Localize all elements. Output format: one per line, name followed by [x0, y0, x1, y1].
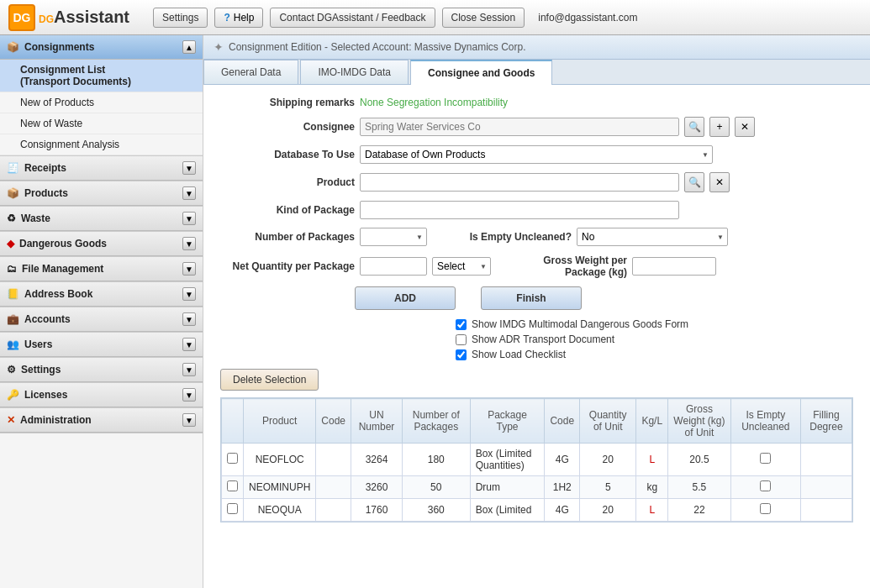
chk-load-label: Show Load Checklist: [472, 349, 566, 360]
sidebar-header-receipts[interactable]: 🧾 Receipts ▼: [0, 156, 203, 181]
sidebar-header-administration[interactable]: ✕ Administration ▼: [0, 408, 203, 433]
waste-expand-btn[interactable]: ▼: [182, 212, 196, 225]
select-unit-wrapper: Select: [432, 257, 491, 276]
sidebar-item-new-products[interactable]: New of Products: [0, 92, 203, 113]
sidebar-header-waste[interactable]: ♻ Waste ▼: [0, 207, 203, 231]
sidebar-section-products: 📦 Products ▼: [0, 181, 203, 207]
product-clear-btn[interactable]: ✕: [709, 172, 730, 192]
receipts-expand-btn[interactable]: ▼: [182, 161, 196, 175]
sidebar-item-consignment-list[interactable]: Consignment List(Transport Documents): [0, 60, 203, 92]
file-management-expand-btn[interactable]: ▼: [182, 262, 196, 276]
row-is-empty-checkbox-2[interactable]: [760, 503, 771, 514]
row-is-empty-0[interactable]: [730, 444, 800, 476]
is-empty-select[interactable]: No Yes: [577, 228, 728, 246]
sidebar-label-administration: Administration: [20, 414, 92, 426]
row-checkbox-1[interactable]: [227, 480, 238, 491]
row-checkbox-0[interactable]: [227, 453, 238, 464]
row-is-empty-1[interactable]: [730, 476, 800, 499]
dangerous-goods-expand-btn[interactable]: ▼: [182, 237, 196, 250]
row-check-1[interactable]: [222, 476, 244, 499]
finish-button[interactable]: Finish: [481, 286, 582, 310]
row-un-0: 3264: [351, 444, 403, 476]
row-is-empty-checkbox-0[interactable]: [760, 453, 771, 464]
sidebar-header-address-book[interactable]: 📒 Address Book ▼: [0, 282, 203, 307]
product-search-btn[interactable]: 🔍: [684, 172, 704, 192]
row-is-empty-checkbox-1[interactable]: [760, 480, 771, 491]
settings-expand-btn[interactable]: ▼: [182, 363, 196, 376]
delete-selection-button[interactable]: Delete Selection: [220, 369, 319, 391]
gross-weight-input[interactable]: [632, 257, 716, 276]
consignee-input[interactable]: [360, 118, 679, 136]
sidebar-item-consignment-analysis[interactable]: Consignment Analysis: [0, 134, 203, 155]
row-gross-weight-1: 5.5: [668, 476, 731, 499]
sidebar-section-address-book: 📒 Address Book ▼: [0, 282, 203, 307]
kind-package-row: Kind of Package: [220, 201, 853, 219]
sidebar-header-left-products: 📦 Products: [7, 187, 68, 199]
tab-general-data[interactable]: General Data: [203, 60, 298, 84]
sidebar-header-users[interactable]: 👥 Users ▼: [0, 333, 203, 357]
products-expand-btn[interactable]: ▼: [182, 186, 196, 200]
sidebar-header-consignments[interactable]: 📦 Consignments ▲: [0, 35, 203, 60]
users-icon: 👥: [7, 339, 19, 350]
consignee-add-btn[interactable]: +: [709, 117, 730, 137]
row-gross-weight-2: 22: [668, 499, 731, 522]
is-empty-label: Is Empty Uncleaned?: [462, 231, 572, 243]
kind-package-input[interactable]: [360, 201, 679, 219]
administration-expand-btn[interactable]: ▼: [182, 413, 196, 427]
settings-button[interactable]: Settings: [153, 8, 208, 28]
row-un-1: 3260: [351, 476, 403, 499]
consignments-icon: 📦: [7, 41, 19, 53]
sidebar-label-file-management: File Management: [22, 263, 103, 275]
sidebar-header-left-users: 👥 Users: [7, 339, 52, 350]
row-num-packages-0: 180: [402, 444, 470, 476]
contact-button[interactable]: Contact DGAssistant / Feedback: [270, 8, 435, 28]
sidebar-header-dangerous-goods[interactable]: ◆ Dangerous Goods ▼: [0, 232, 203, 256]
kind-package-label: Kind of Package: [220, 204, 355, 216]
address-book-expand-btn[interactable]: ▼: [182, 287, 196, 301]
help-button[interactable]: ? Help: [214, 8, 263, 28]
close-session-button[interactable]: Close Session: [442, 8, 525, 28]
row-check-2[interactable]: [222, 499, 244, 522]
licenses-expand-btn[interactable]: ▼: [182, 388, 196, 402]
sidebar-label-dangerous-goods: Dangerous Goods: [19, 238, 107, 249]
num-packages-select-wrapper: [360, 228, 427, 246]
col-header-un-number: UN Number: [351, 399, 403, 444]
tab-consignee-goods[interactable]: Consignee and Goods: [410, 60, 552, 85]
administration-icon: ✕: [7, 414, 15, 426]
consignee-clear-btn[interactable]: ✕: [735, 117, 755, 137]
breadcrumb-plus-icon: ✦: [214, 40, 224, 54]
database-select[interactable]: Database of Own Products: [360, 145, 713, 164]
product-input[interactable]: [360, 173, 679, 192]
row-code-0: [316, 444, 351, 476]
shipping-remarks-label: Shipping remarks: [220, 97, 355, 108]
consignee-search-btn[interactable]: 🔍: [684, 117, 704, 137]
chk-imdg[interactable]: [456, 319, 467, 330]
row-checkbox-2[interactable]: [227, 503, 238, 514]
row-qty-unit-0: 20: [580, 444, 636, 476]
accounts-expand-btn[interactable]: ▼: [182, 312, 196, 326]
row-product-0: NEOFLOC: [244, 444, 316, 476]
add-button[interactable]: ADD: [355, 286, 456, 310]
row-is-empty-2[interactable]: [730, 499, 800, 522]
sidebar-header-products[interactable]: 📦 Products ▼: [0, 181, 203, 206]
chk-load[interactable]: [456, 349, 467, 360]
main-layout: 📦 Consignments ▲ Consignment List(Transp…: [0, 35, 870, 588]
row-pkg-code-2: 4G: [545, 499, 580, 522]
num-packages-select[interactable]: [360, 228, 427, 246]
row-kg-l-2: L: [636, 499, 668, 522]
col-header-is-empty: Is Empty Uncleaned: [730, 399, 800, 444]
tab-imo-imdg[interactable]: IMO-IMDG Data: [300, 60, 409, 84]
users-expand-btn[interactable]: ▼: [182, 338, 196, 351]
sidebar-header-accounts[interactable]: 💼 Accounts ▼: [0, 307, 203, 332]
chk-adr[interactable]: [456, 334, 467, 345]
sidebar-label-waste: Waste: [21, 213, 50, 224]
sidebar-header-settings[interactable]: ⚙ Settings ▼: [0, 358, 203, 382]
sidebar-item-new-waste[interactable]: New of Waste: [0, 113, 203, 134]
sidebar-header-file-management[interactable]: 🗂 File Management ▼: [0, 257, 203, 281]
sidebar-header-licenses[interactable]: 🔑 Licenses ▼: [0, 383, 203, 407]
gross-weight-label: Gross Weight per Package (kg): [518, 255, 627, 278]
consignments-expand-btn[interactable]: ▲: [182, 40, 196, 54]
net-qty-input[interactable]: [360, 257, 427, 276]
row-check-0[interactable]: [222, 444, 244, 476]
select-unit[interactable]: Select: [432, 257, 491, 276]
